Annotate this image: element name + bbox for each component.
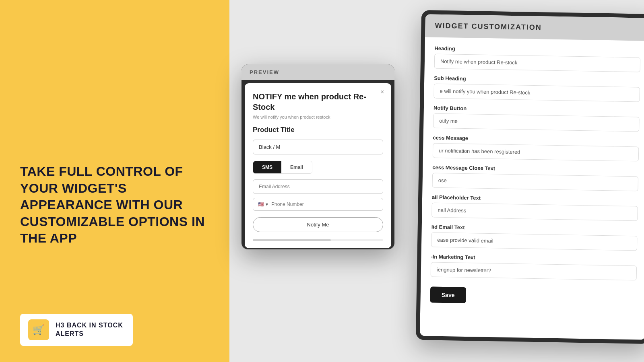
- preview-body: × NOTIFY me when product Re-Stock We wil…: [245, 83, 391, 248]
- logo-box: 🛒 H3 BACK IN STOCKALERTS: [20, 314, 133, 346]
- success-message-label: cess Message: [433, 135, 639, 144]
- customization-inner: WIDGET CUSTOMIZATION Heading Sub Heading…: [420, 14, 644, 340]
- marketing-label: -In Marketing Text: [431, 254, 637, 263]
- notify-me-button[interactable]: Notify Me: [253, 217, 383, 232]
- form-group-email-placeholder: ail Placeholder Text: [431, 194, 638, 221]
- valid-email-input[interactable]: [431, 232, 638, 251]
- left-panel: TAKE FULL CONTROL OF YOUR WIDGET'S APPEA…: [0, 0, 229, 362]
- preview-panel: PREVIEW × NOTIFY me when product Re-Stoc…: [242, 64, 394, 249]
- progress-bar-fill: [253, 239, 331, 241]
- email-address-input[interactable]: [253, 179, 383, 194]
- phone-number-input[interactable]: [271, 202, 378, 207]
- form-group-valid-email: lid Email Text: [431, 224, 638, 251]
- hero-text: TAKE FULL CONTROL OF YOUR WIDGET'S APPEA…: [20, 163, 209, 247]
- success-message-input[interactable]: [433, 143, 639, 162]
- form-group-close-text: cess Message Close Text: [432, 165, 638, 191]
- subheading-label: Sub Heading: [434, 75, 640, 85]
- subheading-input[interactable]: [433, 84, 640, 102]
- sms-toggle-button[interactable]: SMS: [253, 161, 281, 173]
- flag-icon: 🇺🇸: [258, 202, 264, 207]
- form-group-success-message: cess Message: [433, 135, 639, 162]
- save-button[interactable]: Save: [430, 286, 466, 303]
- form-group-heading: Heading: [434, 45, 641, 72]
- heading-label: Heading: [434, 45, 640, 55]
- preview-title: NOTIFY me when product Re-Stock: [253, 91, 383, 112]
- notify-button-label: Notify Button: [433, 105, 640, 115]
- sms-email-toggle: SMS Email: [253, 161, 312, 174]
- email-placeholder-input[interactable]: [431, 203, 638, 221]
- preview-label: PREVIEW: [250, 69, 279, 75]
- variant-select[interactable]: Black / M White / M Black / L: [253, 140, 383, 154]
- phone-row: 🇺🇸 ▾: [253, 198, 383, 211]
- form-group-notify-button: Notify Button: [433, 105, 640, 132]
- form-group-marketing: -In Marketing Text: [431, 254, 637, 281]
- flag-box: 🇺🇸 ▾: [258, 202, 268, 207]
- logo-icon: 🛒: [28, 319, 49, 340]
- customization-title: WIDGET CUSTOMIZATION: [435, 22, 641, 34]
- customization-body: Heading Sub Heading Notify Button cess M…: [420, 37, 644, 339]
- app-name: H3 BACK IN STOCKALERTS: [56, 321, 123, 338]
- customization-header: WIDGET CUSTOMIZATION: [425, 14, 644, 41]
- right-panel: WIDGET CUSTOMIZATION Heading Sub Heading…: [229, 0, 644, 362]
- form-group-subheading: Sub Heading: [433, 75, 640, 102]
- valid-email-label: lid Email Text: [431, 224, 638, 234]
- marketing-input[interactable]: [431, 262, 637, 280]
- close-button[interactable]: ×: [378, 88, 386, 96]
- preview-header: PREVIEW: [242, 64, 394, 80]
- email-placeholder-label: ail Placeholder Text: [432, 194, 638, 204]
- preview-subtitle: We will notify you when product restock: [253, 115, 383, 119]
- heading-input[interactable]: [434, 54, 641, 72]
- progress-bar-container: [253, 239, 383, 241]
- notify-button-input[interactable]: [433, 113, 640, 132]
- close-text-label: cess Message Close Text: [432, 165, 638, 174]
- product-title: Product Title: [253, 126, 383, 134]
- customization-panel: WIDGET CUSTOMIZATION Heading Sub Heading…: [416, 10, 644, 344]
- close-text-input[interactable]: [432, 173, 638, 191]
- email-toggle-button[interactable]: Email: [281, 161, 312, 173]
- flag-dropdown-icon: ▾: [266, 202, 268, 207]
